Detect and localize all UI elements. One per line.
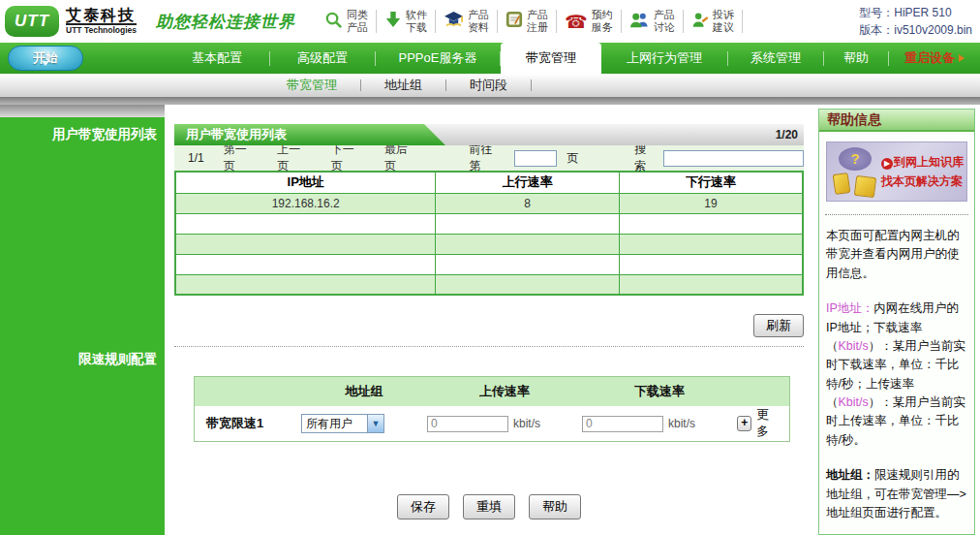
bandwidth-usage-table: IP地址 上行速率 下行速率 192.168.16.2 8 19 [174, 171, 804, 296]
tool-label-line: 服务 [592, 21, 613, 33]
nav-item-bandwidth-mgmt[interactable]: 带宽管理 [501, 43, 601, 74]
graduation-cap-icon [444, 11, 464, 33]
chevron-down-icon: ▼ [367, 415, 383, 432]
cell-down [619, 274, 803, 295]
help-kbits-label: Kbit/s [839, 339, 869, 353]
col-header-ip: IP地址 [175, 172, 436, 193]
cell-up [436, 213, 620, 234]
banner-line2: 找本页解决方案 [881, 174, 963, 188]
start-button[interactable]: 开始 [8, 46, 83, 71]
help-paragraph: 地址组：限速规则引用的地址组，可在带宽管理—>地址组页面进行配置。 [826, 466, 967, 522]
help-paragraph: IP地址：内网在线用户的IP地址；下载速率（Kbit/s）：某用户当前实时下载速… [826, 299, 967, 450]
question-mark-icon: ? [839, 147, 872, 171]
reset-button[interactable]: 重填 [463, 494, 515, 519]
help-button[interactable]: 帮助 [529, 494, 581, 519]
help-paragraph: 本页面可配置内网主机的带宽并查看内网用户的使用信息。 [826, 227, 967, 283]
toolbar-feedback[interactable]: 投诉建议 [684, 9, 742, 34]
add-rule-button[interactable]: + [737, 416, 751, 431]
address-group-select[interactable]: 所有用户 ▼ [301, 414, 384, 433]
tool-label-line: 产品 [527, 9, 548, 20]
refresh-button[interactable]: 刷新 [753, 314, 804, 337]
rate-limit-form: 地址组 上传速率 下载速率 带宽限速1 所有用户 ▼ kb [194, 376, 790, 442]
first-page-link[interactable]: 第一页 [224, 142, 258, 174]
nav-item-behavior-mgmt[interactable]: 上网行为管理 [601, 43, 727, 74]
goto-page-input[interactable] [514, 150, 557, 167]
help-panel-titlebar: 帮助信息 [819, 110, 974, 132]
cell-down [619, 254, 803, 274]
tool-label-line: 注册 [527, 21, 548, 33]
tool-label-line: 下载 [406, 21, 427, 33]
tool-label-line: 软件 [406, 9, 427, 20]
subnav-item-bandwidth-mgmt[interactable]: 带宽管理 [263, 77, 360, 94]
mascot-block-icon [833, 173, 851, 195]
separator-bar [0, 97, 980, 105]
header: UTT 艾泰科技 UTT Technologies 助您轻松连接世界 同类产品 … [0, 0, 980, 43]
toolbar-software-download[interactable]: 软件下载 [377, 9, 435, 34]
form-col-address-group: 地址组 [301, 377, 427, 406]
banner-text: ▶到网上知识库 找本页解决方案 [881, 153, 964, 192]
nav-item-pppoe-server[interactable]: PPPoE服务器 [376, 43, 500, 74]
nav-item-basic-config[interactable]: 基本配置 [165, 43, 269, 74]
start-zone: 开始 [0, 43, 165, 74]
people-icon [629, 12, 650, 32]
tool-label-line: 预约 [592, 9, 613, 20]
refresh-row: 刷新 [174, 314, 804, 337]
tool-label-line: 投诉 [713, 9, 734, 20]
sidebar-item-bandwidth-list[interactable]: 用户带宽使用列表 [0, 126, 165, 143]
help-addrgroup-label: 地址组： [826, 468, 874, 482]
dotted-divider [174, 346, 804, 347]
cell-down [619, 213, 803, 234]
pagination-bar: 1/1 第一页 上一页 下一页 最后页 前往 第 页 搜索 [174, 145, 804, 171]
form-col-upload-rate: 上传速率 [427, 377, 582, 406]
router-admin-page: UTT 艾泰科技 UTT Technologies 助您轻松连接世界 同类产品 … [0, 0, 980, 535]
upload-rate-input[interactable] [427, 416, 508, 432]
help-panel: 帮助信息 ? ▶到网上知识库 找本页解决方案 本页面可配置内网主机的带宽并查看内… [818, 109, 975, 535]
knowledge-base-banner[interactable]: ? ▶到网上知识库 找本页解决方案 [826, 142, 967, 202]
cell-up [436, 234, 620, 254]
last-page-link[interactable]: 最后页 [384, 142, 418, 174]
address-group-value: 所有用户 [302, 415, 367, 432]
table-header-row: IP地址 上行速率 下行速率 [175, 172, 803, 193]
subnav-item-time-range[interactable]: 时间段 [446, 77, 531, 94]
toolbar-reserve-service[interactable]: ☎ 预约服务 [557, 9, 621, 34]
cell-ip [175, 274, 436, 295]
col-header-up-rate: 上行速率 [436, 172, 620, 193]
download-rate-input[interactable] [582, 416, 663, 432]
subnav-item-address-group[interactable]: 地址组 [361, 77, 445, 94]
help-ip-label: IP地址： [826, 301, 873, 315]
nav-item-system-mgmt[interactable]: 系统管理 [728, 43, 823, 74]
rule-name-label: 带宽限速1 [195, 406, 301, 441]
toolbar-product-register[interactable]: 产品注册 [498, 9, 556, 34]
cell-up [436, 274, 620, 295]
toolbar-product-forum[interactable]: 产品讨论 [622, 9, 683, 34]
help-para1-text: 本页面可配置内网主机的带宽并查看内网用户的使用信息。 [826, 229, 960, 280]
table-row [175, 274, 803, 295]
form-col-download-rate: 下载速率 [582, 377, 737, 406]
cell-up [436, 254, 620, 274]
sidebar-item-rate-limit-config[interactable]: 限速规则配置 [0, 351, 165, 368]
download-rate-unit: kbit/s [668, 417, 695, 430]
nav-item-help[interactable]: 帮助 [824, 43, 888, 74]
utt-logo: UTT [5, 6, 59, 37]
cell-ip [175, 213, 436, 234]
main-content: 用户带宽使用列表 1/20 1/1 第一页 上一页 下一页 最后页 前往 第 页… [165, 105, 818, 535]
tool-label-line: 同类 [347, 9, 368, 20]
tool-label-line: 资料 [468, 21, 489, 33]
form-header-row: 地址组 上传速率 下载速率 [195, 377, 789, 406]
brand-name-cn: 艾泰科技 [66, 8, 137, 24]
next-page-link[interactable]: 下一页 [331, 142, 365, 174]
upload-rate-unit: kbit/s [513, 417, 540, 430]
nav-item-advanced-config[interactable]: 高级配置 [270, 43, 375, 74]
toolbar-product-docs[interactable]: 产品资料 [436, 9, 497, 34]
prev-page-link[interactable]: 上一页 [277, 142, 311, 174]
tool-label-line: 建议 [713, 21, 734, 33]
sidebar-cap [0, 105, 165, 117]
toolbar-similar-products[interactable]: 同类产品 [317, 9, 376, 34]
save-button[interactable]: 保存 [397, 494, 449, 519]
table-row: 192.168.16.2 8 19 [175, 193, 803, 213]
person-pencil-icon [691, 12, 709, 32]
more-link[interactable]: 更多 [756, 407, 780, 440]
restart-device-button[interactable]: 重启设备 [904, 43, 980, 74]
table-row [175, 254, 803, 274]
search-input[interactable] [663, 150, 804, 167]
